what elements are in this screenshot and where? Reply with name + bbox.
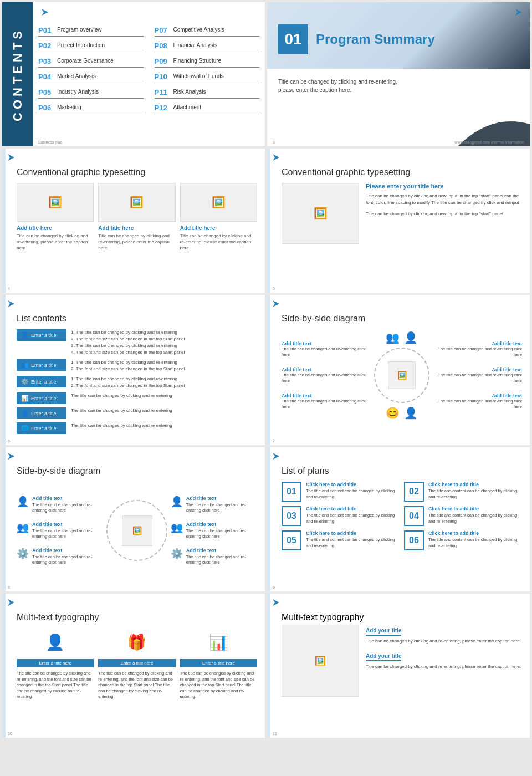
list-icon: 📊 bbox=[21, 395, 29, 402]
lsd-text: Add title textThe title can be changed a… bbox=[186, 522, 257, 540]
side-title: Add title text bbox=[282, 341, 373, 346]
plan-text: Click here to add title The title and co… bbox=[428, 530, 522, 549]
plan-text: Click here to add title The title and co… bbox=[306, 506, 400, 524]
conv-right-content: Conventional graphic typesetting 🖼️ Plea… bbox=[275, 167, 522, 247]
conv-content: Conventional graphic typesetting 🖼️ Add … bbox=[10, 167, 257, 252]
svg-marker-8 bbox=[8, 599, 14, 606]
multi-right-content-wrap: Multi-text typography 🖼️ Add your title … bbox=[275, 612, 522, 700]
slide-top-bg: 01 Program Summary bbox=[267, 2, 530, 69]
multi-btn[interactable]: Enter a title here bbox=[98, 659, 175, 667]
list-row: 👥 Enter a title 1. The title can be chan… bbox=[17, 359, 257, 372]
page-num-s9: 10 bbox=[8, 732, 12, 736]
list-btn[interactable]: 👥 Enter a title bbox=[17, 359, 66, 371]
three-col-items: 🖼️ Add title here Title can be changed b… bbox=[17, 183, 257, 252]
toc-label: Industry Analysis bbox=[57, 88, 99, 95]
plan-item: 05 Click here to add title The title and… bbox=[282, 530, 400, 550]
list-btn-label: Enter a title bbox=[31, 363, 57, 368]
conv-col-item: 🖼️ Add title here Title can be changed b… bbox=[17, 183, 94, 252]
plan-text: Click here to add title The title and co… bbox=[306, 482, 400, 500]
toc-item: P05Industry Analysis bbox=[38, 86, 144, 99]
side-item-left: Add title textThe title can be changed a… bbox=[282, 341, 373, 358]
plan-desc: The title and content can be changed by … bbox=[306, 537, 400, 549]
lsd-desc: The title can be changed and re-entering… bbox=[32, 502, 103, 514]
logo-icon-s7 bbox=[7, 452, 16, 463]
toc-label: Competitive Analysis bbox=[173, 26, 224, 33]
toc-num: P03 bbox=[38, 57, 54, 65]
list-text: 1. The title can be changed by clicking … bbox=[71, 329, 185, 356]
list-btn[interactable]: 📊 Enter a title bbox=[17, 392, 66, 404]
toc-label: Market Analysis bbox=[57, 73, 96, 79]
lsd-title: Add title text bbox=[32, 548, 103, 553]
side-item-left: Add title textThe title can be changed a… bbox=[282, 393, 373, 410]
multi-btn[interactable]: Enter a title here bbox=[180, 659, 257, 667]
list-btn[interactable]: 🌐 Enter a title bbox=[17, 422, 66, 434]
svg-marker-0 bbox=[42, 9, 48, 16]
image-placeholder: 🖼️ bbox=[180, 183, 257, 222]
toc-item: P03Corporate Governance bbox=[38, 55, 144, 68]
item-desc: Title can be changed by clicking and re-… bbox=[98, 233, 175, 252]
program-desc: Title can be changed by clicking and re-… bbox=[267, 69, 530, 103]
logo-icon-s8 bbox=[272, 452, 280, 463]
list-row: 👤 Enter a title The title can be changes… bbox=[17, 407, 257, 419]
list-btn[interactable]: 👤 Enter a title bbox=[17, 329, 66, 341]
side-desc: The title can be changed and re-entering… bbox=[282, 372, 373, 384]
section-title: Please enter your title here bbox=[366, 183, 522, 190]
image-icon: 🖼️ bbox=[314, 207, 328, 220]
lsd-item-right: 👥Add title textThe title can be changed … bbox=[171, 522, 257, 540]
lsd-desc: The title can be changed and re-entering… bbox=[32, 554, 103, 566]
multi-three-col: 👤 Enter a title here The title can be ch… bbox=[17, 628, 257, 700]
svg-marker-2 bbox=[8, 154, 14, 161]
toc-label: Risk Analysis bbox=[173, 88, 206, 95]
multi-btn[interactable]: Enter a title here bbox=[17, 659, 94, 667]
lsd-icon: ⚙️ bbox=[171, 548, 183, 560]
multi-icon: 📊 bbox=[204, 628, 232, 656]
slide-side-right: Side-by-side diagram Add title textThe t… bbox=[267, 295, 530, 445]
center-img-icon: 🖼️ bbox=[397, 371, 407, 380]
list-text: 1. The title can be changed by clicking … bbox=[71, 359, 185, 372]
toc-item: P11Risk Analysis bbox=[155, 86, 260, 99]
mrt-section: Add your title Title can be changed by c… bbox=[366, 625, 522, 645]
lsd-item-right: ⚙️Add title textThe title can be changed… bbox=[171, 548, 257, 566]
list-btn[interactable]: 👤 Enter a title bbox=[17, 407, 66, 419]
toc-item: P12Attachment bbox=[155, 102, 260, 114]
mrt-title: Add your title bbox=[366, 653, 401, 661]
multi-right-img-area: 🖼️ bbox=[282, 625, 359, 700]
conv-col-item: 🖼️ Add title here Title can be changed b… bbox=[180, 183, 257, 252]
plan-item: 04 Click here to add title The title and… bbox=[404, 506, 522, 526]
center-circle: 🖼️ bbox=[374, 348, 429, 403]
list-row: 🌐 Enter a title The title can be changes… bbox=[17, 422, 257, 434]
side-item-right: Add title textThe title can be changed a… bbox=[431, 341, 522, 358]
list-btn[interactable]: ⚙️ Enter a title bbox=[17, 376, 66, 387]
plan-num: 01 bbox=[282, 482, 301, 502]
mrt-desc: Title can be changed by clicking and re-… bbox=[366, 638, 522, 645]
toc-item: P09Financing Structure bbox=[155, 55, 260, 68]
mrt-desc: Title can be changed by clicking and re-… bbox=[366, 663, 522, 670]
slide8-title: List of plans bbox=[282, 466, 522, 476]
contents-label: CONTENTS bbox=[11, 28, 25, 121]
slide9-title: Multi-text typography bbox=[17, 612, 257, 622]
multi-right-flex: 🖼️ Add your title Title can be changed b… bbox=[282, 625, 522, 700]
lsd-item-left: 👤Add title textThe title can be changed … bbox=[17, 496, 103, 514]
lsd-text: Add title textThe title can be changed a… bbox=[32, 496, 103, 514]
plan-title: Click here to add title bbox=[428, 506, 522, 512]
plans-grid: 01 Click here to add title The title and… bbox=[282, 482, 522, 550]
list-rows: 👤 Enter a title 1. The title can be chan… bbox=[17, 329, 257, 434]
plan-num: 06 bbox=[404, 530, 424, 550]
side-accent bbox=[2, 149, 6, 293]
logo-icon-s10 bbox=[272, 598, 280, 609]
side-title: Add title text bbox=[431, 393, 522, 399]
logo-icon-s6 bbox=[272, 299, 280, 310]
side-accent-s7 bbox=[2, 447, 6, 591]
side-diagram-6: Add title textThe title can be changed a… bbox=[282, 328, 522, 422]
body1: Title can be changed by clicking and new… bbox=[366, 193, 522, 206]
multi-icon: 👤 bbox=[42, 628, 69, 656]
program-header: 01 Program Summary bbox=[278, 24, 435, 54]
lsd-desc: The title can be changed and re-entering… bbox=[186, 502, 257, 514]
lsd-center: 🖼️ bbox=[106, 500, 167, 561]
logo-icon-s4 bbox=[272, 153, 280, 164]
logo-icon-s5 bbox=[7, 299, 16, 310]
item-title: Add title here bbox=[98, 225, 175, 231]
page-num-s5: 6 bbox=[8, 439, 10, 443]
multi-desc: The title can be changed by clicking and… bbox=[98, 671, 175, 700]
list-content: List contents 👤 Enter a title 1. The tit… bbox=[10, 314, 257, 434]
